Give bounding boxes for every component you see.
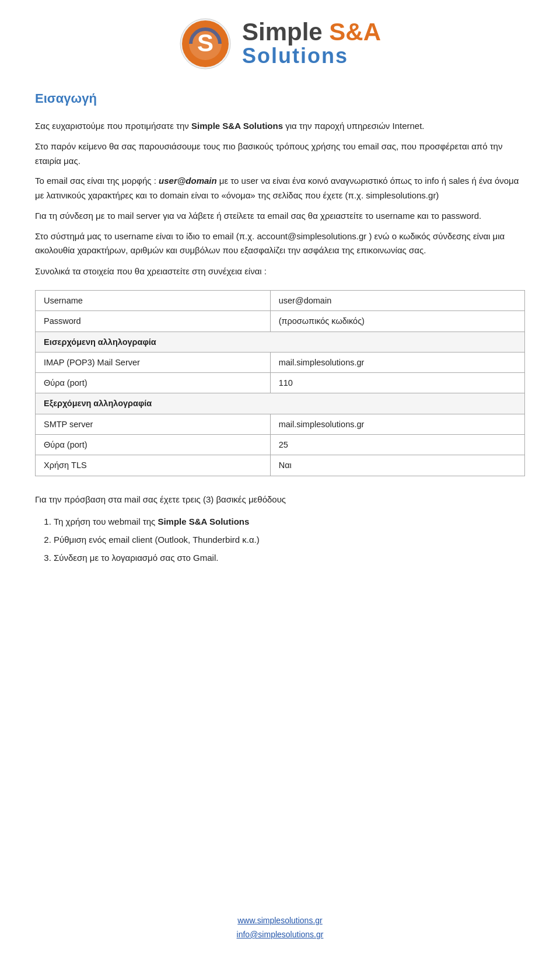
table-cell-value: mail.simplesolutions.gr — [270, 352, 524, 372]
page-title: Εισαγωγή — [35, 91, 525, 106]
table-cell-label: IMAP (POP3) Mail Server — [36, 352, 271, 372]
table-cell-label: Θύρα (port) — [36, 373, 271, 393]
para5: Στο σύστημά μας το username είναι το ίδι… — [35, 229, 525, 259]
intro-block: Σας ευχαριστούμε που προτιμήσατε την Sim… — [35, 119, 525, 258]
methods-list: Τη χρήση του webmail της Simple S&A Solu… — [35, 515, 525, 565]
table-cell-value: Ναι — [270, 455, 524, 476]
table-cell-value: (προσωπικός κωδικός) — [270, 311, 524, 332]
svg-text:S: S — [197, 29, 214, 57]
table-cell-label: Χρήση TLS — [36, 455, 271, 476]
table-cell-value: 110 — [270, 373, 524, 393]
table-cell-label: Θύρα (port) — [36, 435, 271, 455]
table-row: Εισερχόμενη αλληλογραφία — [36, 332, 525, 352]
table-row: Usernameuser@domain — [36, 291, 525, 311]
table-section-header: Εισερχόμενη αλληλογραφία — [36, 332, 525, 352]
method-item: Τη χρήση του webmail της Simple S&A Solu… — [54, 515, 525, 529]
table-section-header: Εξερχόμενη αλληλογραφία — [36, 393, 525, 414]
header: S Simple S&A Solutions — [35, 18, 525, 70]
logo-simple: Simple S&A — [242, 20, 381, 44]
table-cell-label: Username — [36, 291, 271, 311]
table-row: Χρήση TLSΝαι — [36, 455, 525, 476]
table-cell-value: user@domain — [270, 291, 524, 311]
table-intro: Συνολικά τα στοιχεία που θα χρειαστείτε … — [35, 266, 525, 276]
method-item: Ρύθμιση ενός email client (Outlook, Thun… — [54, 533, 525, 547]
para4: Για τη σύνδεση με το mail server για να … — [35, 209, 525, 224]
logo-text-block: Simple S&A Solutions — [242, 20, 381, 68]
footer-link-1[interactable]: www.simplesolutions.gr — [0, 914, 560, 928]
logo-solutions: Solutions — [242, 44, 381, 68]
info-table: Usernameuser@domainPassword(προσωπικός κ… — [35, 290, 525, 476]
logo-icon: S — [179, 18, 232, 70]
footer: www.simplesolutions.gr info@simplesoluti… — [0, 914, 560, 942]
table-cell-value: mail.simplesolutions.gr — [270, 414, 524, 434]
table-row: Θύρα (port)25 — [36, 435, 525, 455]
para1: Σας ευχαριστούμε που προτιμήσατε την Sim… — [35, 119, 525, 134]
table-row: Εξερχόμενη αλληλογραφία — [36, 393, 525, 414]
para2: Στο παρόν κείμενο θα σας παρουσιάσουμε τ… — [35, 139, 525, 169]
method-item: Σύνδεση με το λογαριασμό σας στο Gmail. — [54, 551, 525, 565]
table-cell-label: Password — [36, 311, 271, 332]
table-row: Θύρα (port)110 — [36, 373, 525, 393]
table-cell-value: 25 — [270, 435, 524, 455]
methods-title: Για την πρόσβαση στα mail σας έχετε τρει… — [35, 493, 525, 507]
para3: To email σας είναι της μορφής : user@dom… — [35, 174, 525, 203]
table-row: SMTP servermail.simplesolutions.gr — [36, 414, 525, 434]
footer-link-2[interactable]: info@simplesolutions.gr — [0, 928, 560, 942]
table-row: IMAP (POP3) Mail Servermail.simplesoluti… — [36, 352, 525, 372]
table-cell-label: SMTP server — [36, 414, 271, 434]
table-row: Password(προσωπικός κωδικός) — [36, 311, 525, 332]
